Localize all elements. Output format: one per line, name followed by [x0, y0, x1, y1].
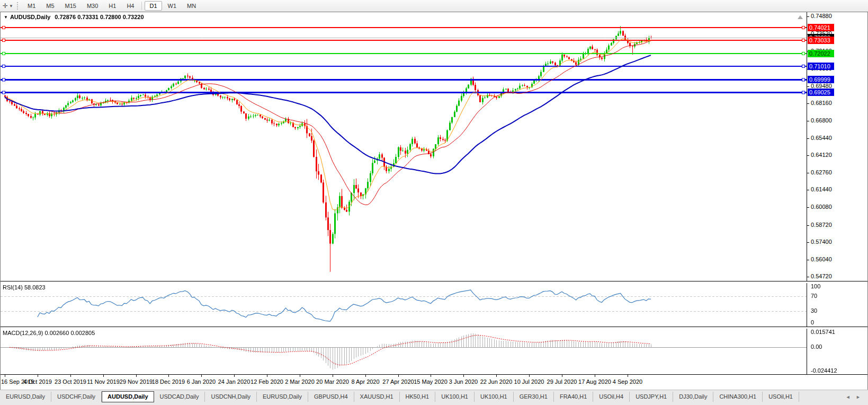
date-axis-label: 23 Oct 2019 — [55, 378, 86, 385]
timeframe-button-M30[interactable]: M30 — [82, 1, 103, 11]
symbol-tab-EURUSD-Daily[interactable]: EURUSD,Daily — [257, 392, 308, 402]
timeframe-button-M15[interactable]: M15 — [60, 1, 81, 11]
chart-title: ▼AUDUSD,Daily0.72876 0.73331 0.72800 0.7… — [4, 14, 144, 20]
date-axis-tick — [431, 375, 431, 377]
price-line-badge: 0.74021 — [808, 24, 834, 31]
symbol-tab-XAUUSD-H1[interactable]: XAUUSD,H1 — [354, 392, 400, 402]
symbol-tab-GBPUSD-H4[interactable]: GBPUSD,H4 — [308, 392, 354, 402]
price-axis-tick — [807, 86, 809, 87]
timeframe-button-H4[interactable]: H4 — [122, 1, 139, 11]
chart-window: ▼AUDUSD,Daily0.72876 0.73331 0.72800 0.7… — [0, 12, 868, 390]
rsi-canvas[interactable] — [1, 283, 807, 327]
tab-scroll-arrows[interactable]: ◄ ► — [846, 392, 868, 400]
date-axis-tick — [595, 375, 595, 377]
date-axis-tick — [201, 375, 202, 377]
price-axis-tick — [807, 225, 809, 226]
price-axis-label: 0.60080 — [811, 204, 832, 210]
macd-axis-label: 0.015741 — [811, 329, 835, 335]
rsi-axis-label: 100 — [811, 283, 820, 289]
rsi-axis-label: 70 — [811, 293, 817, 299]
timeframe-button-M1[interactable]: M1 — [23, 1, 40, 11]
price-axis-tick — [807, 260, 809, 260]
price-axis-label: 0.65440 — [811, 135, 832, 141]
price-axis-tick — [807, 103, 809, 104]
collapse-triangle-icon[interactable]: ▼ — [4, 15, 8, 20]
symbol-tab-USDJPY-H1[interactable]: USDJPY,H1 — [630, 392, 673, 402]
symbol-tab-HK50-H1[interactable]: HK50,H1 — [400, 392, 436, 402]
symbol-tab-USDCNH-Daily[interactable]: USDCNH,Daily — [205, 392, 257, 402]
macd-canvas[interactable] — [1, 329, 807, 374]
date-axis-tick — [463, 375, 464, 377]
price-line-badge: 0.73033 — [808, 37, 834, 44]
toolbar-separator — [141, 2, 142, 10]
price-axis-label: 0.74880 — [811, 13, 832, 19]
symbol-tab-EURUSD-Daily[interactable]: EURUSD,Daily — [0, 392, 51, 402]
symbol-tab-GER30-H1[interactable]: GER30,H1 — [514, 392, 554, 402]
date-axis-tick — [628, 375, 628, 377]
price-axis-tick — [807, 155, 809, 156]
date-axis-label: 22 Jun 2020 — [480, 378, 513, 385]
toolbar-grip[interactable] — [17, 2, 19, 10]
price-chart-canvas[interactable] — [1, 12, 807, 281]
rsi-axis-label: 0 — [811, 319, 814, 325]
chevron-down-icon[interactable]: ▼ — [9, 4, 13, 8]
price-axis-tick — [807, 173, 809, 173]
date-axis-label: 10 Jul 2020 — [514, 378, 544, 385]
symbol-tab-USOil-H4[interactable]: USOil,H4 — [593, 392, 630, 402]
date-axis-label: 29 Nov 2019 — [120, 378, 153, 385]
price-axis-label: 0.57400 — [811, 239, 832, 245]
date-axis-tick — [234, 375, 235, 377]
macd-axis: 0.0157410.00-0.024412 — [807, 329, 867, 374]
rsi-pane: RSI(14) 58.0823 10070300 — [1, 283, 867, 327]
rsi-axis: 10070300 — [807, 283, 867, 327]
symbol-tab-UK100-H1[interactable]: UK100,H1 — [475, 392, 514, 402]
date-axis-label: 11 Nov 2019 — [87, 378, 120, 385]
symbol-tab-CHINA300-H1[interactable]: CHINA300,H1 — [713, 392, 763, 402]
timeframe-button-M5[interactable]: M5 — [41, 1, 59, 11]
date-axis-tick — [38, 375, 38, 377]
price-axis-tick — [807, 242, 809, 243]
mt4-terminal: { "toolbar": { "cursor_tool": "✛", "time… — [0, 0, 868, 405]
price-line-badge: 0.72022 — [808, 50, 834, 57]
date-axis-tick — [70, 375, 71, 377]
macd-axis-label: 0.00 — [811, 344, 822, 350]
price-axis-label: 0.64120 — [811, 152, 832, 158]
price-axis-tick — [807, 121, 809, 121]
date-axis-label: 18 Dec 2019 — [152, 378, 185, 385]
price-axis-tick — [807, 16, 809, 17]
date-axis-label: 2 Mar 2020 — [285, 378, 315, 385]
price-axis-tick — [807, 190, 809, 190]
ohlc-values: 0.72876 0.73331 0.72800 0.73220 — [55, 14, 144, 20]
symbol-tab-UK100-H1[interactable]: UK100,H1 — [435, 392, 475, 402]
timeframe-button-D1[interactable]: D1 — [145, 1, 162, 11]
date-axis-label: 20 Mar 2020 — [316, 378, 349, 385]
date-axis-tick — [103, 375, 104, 377]
symbol-tab-USDCAD-Daily[interactable]: USDCAD,Daily — [154, 392, 205, 402]
date-axis-label: 4 Oct 2019 — [23, 378, 52, 385]
macd-axis-label: -0.024412 — [811, 367, 837, 374]
price-axis-label: 0.54720 — [811, 273, 832, 279]
symbol-tab-DJ30-Daily[interactable]: DJ30,Daily — [673, 392, 713, 402]
timeframe-button-MN[interactable]: MN — [182, 1, 201, 11]
date-axis-tick — [333, 375, 333, 377]
symbol-tab-USDCHF-Daily[interactable]: USDCHF,Daily — [51, 392, 102, 402]
price-axis-label: 0.58720 — [811, 222, 832, 228]
timeframe-button-W1[interactable]: W1 — [163, 1, 182, 11]
autoscroll-marker-icon[interactable] — [798, 15, 803, 19]
date-axis-tick — [562, 375, 562, 377]
price-axis-label: 0.68160 — [811, 100, 832, 106]
symbol-tab-USOil-H1[interactable]: USOil,H1 — [763, 392, 799, 402]
price-line-badge: 0.71010 — [808, 63, 834, 70]
date-axis: 16 Sep 20194 Oct 201923 Oct 201911 Nov 2… — [1, 375, 867, 389]
symbol-tab-FRA40-H1[interactable]: FRA40,H1 — [554, 392, 593, 402]
date-axis-tick — [398, 375, 399, 377]
symbol-tab-AUDUSD-Daily[interactable]: AUDUSD,Daily — [102, 391, 154, 402]
timeframe-button-H1[interactable]: H1 — [104, 1, 121, 11]
date-axis-label: 4 Sep 2020 — [613, 378, 642, 385]
date-axis-tick — [496, 375, 497, 377]
cursor-tool-icon[interactable]: ✛ ▼ — [3, 2, 13, 10]
rsi-axis-label: 30 — [811, 307, 817, 314]
top-toolbar: ✛ ▼ M1M5M15M30H1H4D1W1MN — [0, 0, 868, 12]
date-axis-label: 15 May 2020 — [414, 378, 448, 385]
price-axis[interactable]: 0.748800.735200.721600.708000.694800.681… — [807, 12, 867, 281]
